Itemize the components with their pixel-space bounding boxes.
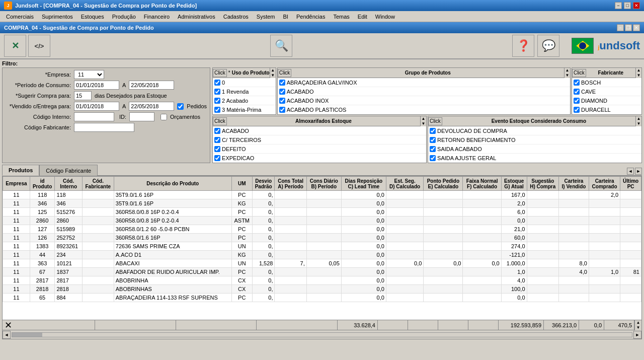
search-button[interactable]: 🔍 [270, 35, 292, 57]
h-scroll-track[interactable] [12, 332, 632, 337]
menu-financeiro[interactable]: Financeiro [140, 13, 174, 21]
fabricante-check-3[interactable] [574, 107, 580, 113]
fabricante-scroll-down[interactable]: ▼ [636, 73, 641, 78]
orcamentos-checkbox[interactable] [160, 114, 167, 120]
table-row[interactable]: 11127515989360R58.0/1.2 60 -5.0-8 PCBNPC… [3, 225, 641, 234]
grupo-click-btn[interactable]: Click [278, 69, 292, 77]
grupo-check-1[interactable] [279, 89, 285, 95]
uso-produto-click-btn[interactable]: Click [213, 69, 227, 77]
menu-window[interactable]: Window [371, 13, 399, 21]
menu-cadastros[interactable]: Cadastros [219, 13, 253, 21]
evento-check-2[interactable] [430, 146, 436, 152]
table-row[interactable]: 1165884ABRAÇADEIRA 114-133 RSF SUPRENSPC… [3, 294, 641, 302]
sugerir-compra-days[interactable] [74, 91, 92, 100]
scroll-right-btn[interactable]: ► [633, 331, 641, 339]
codigo-interno-input[interactable] [74, 112, 114, 121]
sugerir-compra-row: *Sugerir Compra para: dias Desejados par… [6, 91, 207, 100]
maximize-button[interactable]: □ [624, 2, 631, 9]
fabricante-scroll-up[interactable]: ▲ [636, 68, 641, 73]
almox-check-2[interactable] [214, 146, 220, 152]
almox-scroll-down[interactable]: ▼ [421, 121, 426, 126]
grupo-scroll-up[interactable]: ▲ [565, 68, 570, 73]
tabs-container: Produtos Código Fabricante ◄ ► [2, 165, 642, 176]
uso-check-2[interactable] [214, 98, 220, 104]
evento-click-btn[interactable]: Click [428, 117, 442, 125]
codigo-fabricante-input[interactable] [74, 123, 134, 132]
table-scroll-up-btn[interactable]: ▲ [635, 320, 641, 325]
table-scroll-area[interactable]: Empresa idProduto Cód.Interno Cód.Fabric… [3, 176, 641, 320]
periodo-consumo-from[interactable] [74, 81, 119, 90]
tab-nav-prev[interactable]: ◄ [627, 168, 634, 175]
table-row[interactable]: 111383892326172636 SAMS PRIME CZAUN0,0,0… [3, 242, 641, 251]
table-row[interactable]: 1128182818ABOBRINHASCX0,0,0100,0 [3, 285, 641, 294]
id-input[interactable] [129, 112, 154, 121]
menu-suprimentos[interactable]: Suprimentos [38, 13, 77, 21]
vendido-entrega-to[interactable] [129, 102, 174, 111]
minimize-button[interactable]: − [615, 2, 622, 9]
vendido-entrega-from[interactable] [74, 102, 119, 111]
uso-scroll-up[interactable]: ▲ [270, 68, 276, 73]
almox-check-1[interactable] [214, 137, 220, 143]
evento-check-0[interactable] [430, 128, 436, 134]
table-row[interactable]: 11125515276360R58.0/0.8 16P 0.2-0.4PC0,0… [3, 208, 641, 217]
table-row[interactable]: 1111811835T9.0/1.6 16PPC0,0,0167,02,0 [3, 191, 641, 199]
table-scroll-down-btn[interactable]: ▼ [635, 325, 641, 330]
pedidos-checkbox[interactable] [177, 103, 184, 110]
grupo-check-2[interactable] [279, 98, 285, 104]
menu-system[interactable]: System [253, 13, 279, 21]
grupo-check-3[interactable] [279, 107, 285, 113]
evento-scroll-down[interactable]: ▼ [636, 121, 641, 126]
fabricante-check-2[interactable] [574, 98, 580, 104]
close-button[interactable]: ✕ [633, 2, 640, 9]
menu-producao[interactable]: Produção [108, 13, 140, 21]
table-row[interactable]: 1144234A.ACO D1KG0,0,0-121,0 [3, 251, 641, 259]
chat-button[interactable]: 💬 [537, 35, 559, 57]
chat-icon: 💬 [542, 39, 555, 52]
uso-check-1[interactable] [214, 89, 220, 95]
uso-check-3[interactable] [214, 107, 220, 113]
menu-pendencias[interactable]: Pendências [292, 13, 330, 21]
almox-scroll-up[interactable]: ▲ [421, 116, 426, 121]
menu-temas[interactable]: Temas [329, 13, 353, 21]
table-row[interactable]: 11126252752360R58.0/1.6 16PPC0,0,060,0 [3, 234, 641, 242]
table-row[interactable]: 11671837ABAFADOR DE RUIDO AURICULAR IMP.… [3, 268, 641, 276]
inner-restore-button[interactable]: ❐ [625, 24, 632, 31]
menu-administrativos[interactable]: Administrativos [174, 13, 219, 21]
tab-produtos[interactable]: Produtos [2, 165, 39, 176]
close-x-icon[interactable]: ✕ [3, 320, 14, 331]
evento-check-3[interactable] [430, 155, 436, 161]
fabricante-check-0[interactable] [574, 80, 580, 86]
uso-scroll-down[interactable]: ▼ [270, 73, 276, 78]
evento-scroll-up[interactable]: ▲ [636, 116, 641, 121]
almox-check-3[interactable] [214, 155, 220, 161]
tab-nav-next[interactable]: ► [635, 168, 642, 175]
periodo-consumo-to[interactable] [129, 81, 174, 90]
scroll-left-btn[interactable]: ◄ [3, 331, 11, 339]
excel-button[interactable]: ✕ [4, 35, 26, 57]
fabricante-click-btn[interactable]: Click [572, 69, 586, 77]
almox-check-0[interactable] [214, 128, 220, 134]
menu-estoques[interactable]: Estoques [77, 13, 108, 21]
menu-bi[interactable]: BI [279, 13, 292, 21]
evento-check-1[interactable] [430, 137, 436, 143]
menu-edit[interactable]: Edit [354, 13, 371, 21]
menu-comerciais[interactable]: Comerciais [2, 13, 38, 21]
tab-codigo-fabricante[interactable]: Código Fabricante [39, 165, 98, 176]
col-dias-rep: Dias ReposiçãoC) Lead Time [341, 177, 386, 191]
table-row[interactable]: 1134634635T9.0/1.6 16PKG0,0,02,0 [3, 199, 641, 208]
uso-check-0[interactable] [214, 80, 220, 86]
html-button[interactable]: </> [28, 35, 50, 57]
almox-click-btn[interactable]: Click [213, 117, 227, 125]
fabricante-check-1[interactable] [574, 89, 580, 95]
grupo-check-0[interactable] [279, 80, 285, 86]
vendido-entrega-row: *Vendido c/Entrega para: A Pedidos [6, 102, 207, 111]
inner-close-button[interactable]: ✕ [633, 24, 640, 31]
table-row[interactable]: 1128602860360R58.0/0.8 16P 0.2-0.4ASTM0,… [3, 217, 641, 225]
table-row[interactable]: 1128172817ABOBRINHACX0,0,04,0 [3, 276, 641, 285]
empresa-select[interactable]: 11 [74, 70, 104, 79]
table-row[interactable]: 1136310121ABACAXIUN1,5287,0,050,00,00,00… [3, 259, 641, 268]
help-button[interactable]: ❓ [512, 35, 534, 57]
inner-minimize-button[interactable]: − [617, 24, 624, 31]
total-empty-1 [14, 320, 95, 330]
grupo-scroll-down[interactable]: ▼ [565, 73, 570, 78]
